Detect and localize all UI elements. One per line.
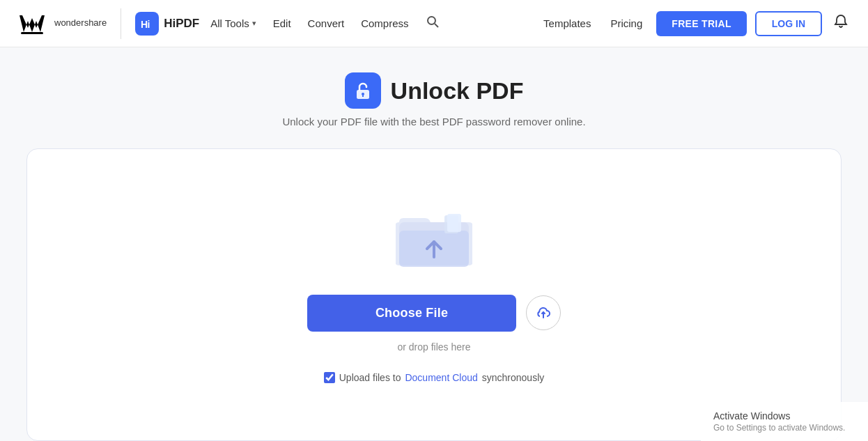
main-nav: All Tools ▾ Edit Convert Compress bbox=[203, 10, 446, 36]
upload-sync-text: synchronously bbox=[482, 372, 545, 383]
choose-file-button[interactable]: Choose File bbox=[307, 295, 516, 332]
nav-convert[interactable]: Convert bbox=[301, 13, 352, 33]
nav-right: Templates Pricing FREE TRIAL LOG IN bbox=[538, 11, 851, 36]
login-button[interactable]: LOG IN bbox=[755, 11, 822, 36]
page-title: Unlock PDF bbox=[391, 77, 524, 105]
folder-icon bbox=[396, 210, 472, 275]
upload-actions: Choose File bbox=[307, 295, 561, 332]
upload-cloud-checkbox[interactable] bbox=[324, 372, 335, 383]
free-trial-button[interactable]: FREE TRIAL bbox=[656, 11, 746, 36]
chevron-down-icon: ▾ bbox=[252, 19, 256, 28]
upload-footer-text: Upload files to bbox=[339, 372, 401, 383]
drop-hint: or drop files here bbox=[397, 341, 470, 353]
svg-rect-13 bbox=[447, 214, 461, 232]
upload-box: Choose File or drop files here Upload fi… bbox=[26, 148, 842, 441]
nav-all-tools[interactable]: All Tools ▾ bbox=[203, 13, 263, 33]
document-cloud-link[interactable]: Document Cloud bbox=[405, 372, 477, 383]
nav-pricing[interactable]: Pricing bbox=[605, 13, 648, 33]
logo-area: wondershare bbox=[17, 8, 121, 39]
windows-activation-overlay: Activate Windows Go to Settings to activ… bbox=[701, 402, 868, 441]
windows-activate-subtitle: Go to Settings to activate Windows. bbox=[713, 423, 855, 433]
windows-activate-title: Activate Windows bbox=[713, 410, 855, 421]
main-content: Unlock PDF Unlock your PDF file with the… bbox=[0, 47, 868, 441]
unlock-pdf-icon bbox=[345, 72, 381, 109]
logo-text: wondershare bbox=[54, 17, 107, 29]
svg-point-7 bbox=[362, 93, 364, 95]
svg-text:Hi: Hi bbox=[141, 19, 150, 30]
svg-line-5 bbox=[435, 24, 438, 27]
hipdf-icon: Hi bbox=[135, 12, 159, 36]
svg-point-4 bbox=[428, 17, 435, 24]
page-title-area: Unlock PDF bbox=[345, 72, 524, 109]
hipdf-badge: Hi HiPDF bbox=[135, 12, 199, 36]
search-icon[interactable] bbox=[419, 10, 447, 36]
bell-icon[interactable] bbox=[830, 11, 851, 36]
cloud-upload-button[interactable] bbox=[526, 295, 561, 330]
page-subtitle: Unlock your PDF file with the best PDF p… bbox=[282, 116, 585, 127]
nav-compress[interactable]: Compress bbox=[354, 13, 415, 33]
svg-rect-2 bbox=[21, 32, 43, 34]
nav-templates[interactable]: Templates bbox=[538, 13, 596, 33]
wondershare-logo bbox=[17, 8, 47, 39]
nav-edit[interactable]: Edit bbox=[266, 13, 298, 33]
hipdf-label: HiPDF bbox=[164, 17, 199, 31]
upload-footer: Upload files to Document Cloud synchrono… bbox=[324, 372, 545, 383]
header: wondershare Hi HiPDF All Tools ▾ Edit Co… bbox=[0, 0, 868, 47]
